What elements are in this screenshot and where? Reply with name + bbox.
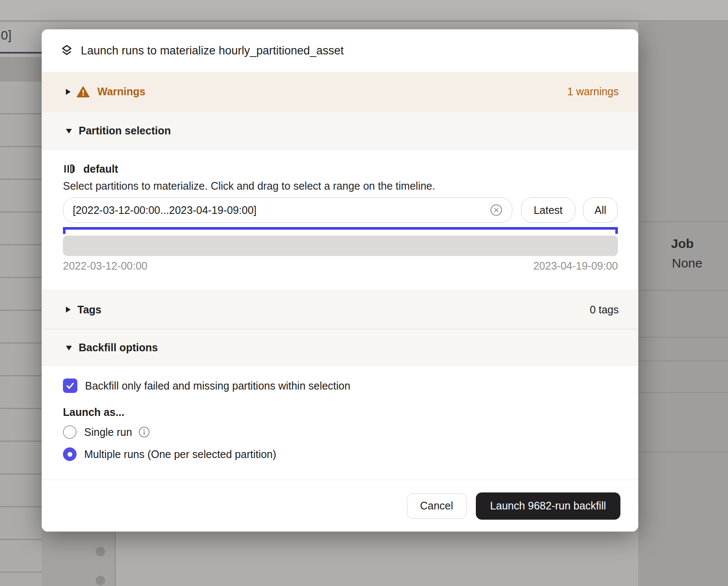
- backdrop-job-column-value: None: [672, 256, 702, 270]
- all-button[interactable]: All: [583, 197, 618, 223]
- timeline-start-label: 2022-03-12-00:00: [63, 259, 148, 272]
- backdrop-table-rows-left: [0, 82, 42, 586]
- partition-selection-toggle[interactable]: Partition selection: [42, 111, 638, 150]
- backdrop-status-dot: [96, 576, 105, 585]
- backdrop-focus-underline: [0, 52, 42, 54]
- cancel-button[interactable]: Cancel: [407, 493, 466, 519]
- multiple-runs-radio[interactable]: Multiple runs (One per selected partitio…: [63, 447, 618, 461]
- timeline-end-label: 2023-04-19-09:00: [533, 259, 618, 272]
- backfill-options-toggle[interactable]: Backfill options: [42, 329, 638, 366]
- backdrop-dark-band: [0, 57, 42, 82]
- dialog-footer: Cancel Launch 9682-run backfill: [42, 480, 638, 532]
- backdrop-job-column-header: Job: [671, 236, 694, 251]
- tags-header: Tags: [77, 304, 102, 316]
- backdrop-bottom-panel: [115, 532, 638, 586]
- materialize-layers-icon: [60, 43, 74, 58]
- info-icon[interactable]: [138, 426, 150, 438]
- backfill-only-failed-checkbox[interactable]: Backfill only failed and missing partiti…: [63, 378, 618, 393]
- dialog-titlebar: Launch runs to materialize hourly_partit…: [42, 29, 638, 72]
- backdrop-row-line: [638, 221, 728, 222]
- partition-selection-header: Partition selection: [79, 125, 171, 137]
- backdrop-partial-text: 0]: [1, 28, 11, 43]
- dialog-title: Launch runs to materialize hourly_partit…: [81, 44, 344, 57]
- checkbox-label: Backfill only failed and missing partiti…: [85, 380, 350, 392]
- warnings-section-toggle[interactable]: Warnings 1 warnings: [42, 72, 638, 111]
- launch-as-label: Launch as...: [63, 406, 618, 418]
- partition-range-input[interactable]: [73, 204, 490, 216]
- dimension-name: default: [83, 163, 118, 175]
- warnings-count: 1 warnings: [567, 85, 619, 98]
- chevron-down-icon: [66, 346, 72, 350]
- checkbox-checked-icon: [63, 378, 77, 393]
- radio-unselected-icon: [63, 425, 77, 439]
- backdrop-column-divider: [115, 532, 116, 586]
- clear-selection-icon[interactable]: [490, 204, 503, 216]
- partition-selection-body: default Select partitions to materialize…: [42, 150, 638, 290]
- chevron-down-icon: [66, 129, 72, 134]
- partition-set-icon: [63, 162, 76, 175]
- backdrop-row-line: [638, 337, 728, 338]
- radio-label: Single run: [84, 426, 132, 438]
- backfill-options-body: Backfill only failed and missing partiti…: [42, 366, 638, 480]
- launch-backfill-button[interactable]: Launch 9682-run backfill: [476, 492, 620, 520]
- single-run-radio[interactable]: Single run: [63, 425, 618, 439]
- chevron-right-icon: [66, 89, 71, 95]
- backfill-options-header: Backfill options: [79, 341, 158, 354]
- launch-backfill-dialog: Launch runs to materialize hourly_partit…: [42, 29, 638, 532]
- tags-count: 0 tags: [590, 304, 619, 316]
- warnings-label: Warnings: [97, 85, 145, 98]
- partition-help-text: Select partitions to materialize. Click …: [63, 179, 618, 192]
- radio-label: Multiple runs (One per selected partitio…: [84, 448, 276, 461]
- backdrop-status-dot: [96, 547, 105, 556]
- partition-timeline[interactable]: [63, 236, 618, 256]
- latest-button[interactable]: Latest: [521, 197, 575, 223]
- partition-range-field: [63, 197, 512, 223]
- warning-triangle-icon: [77, 86, 90, 98]
- backdrop-table-right: [638, 22, 728, 586]
- backdrop-top-band: [0, 0, 728, 21]
- chevron-right-icon: [66, 307, 71, 313]
- backdrop-row-line: [638, 452, 728, 452]
- backdrop-row-line: [638, 392, 728, 393]
- tags-section-toggle[interactable]: Tags 0 tags: [42, 290, 638, 329]
- selected-range-bracket[interactable]: [63, 227, 618, 234]
- radio-selected-icon: [63, 447, 77, 461]
- backdrop-row-line: [638, 290, 728, 291]
- backdrop-row-line: [638, 361, 728, 361]
